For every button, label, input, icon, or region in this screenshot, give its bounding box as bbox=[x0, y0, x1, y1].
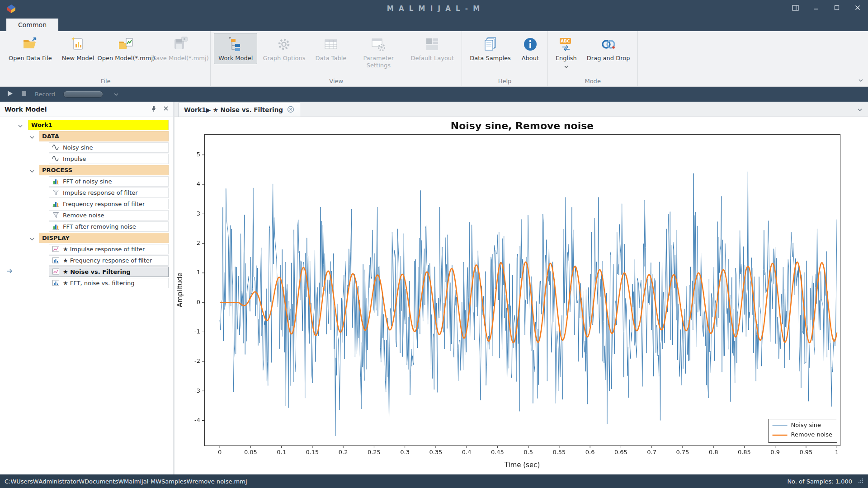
tree-item-impulse[interactable]: Impulse bbox=[49, 154, 169, 164]
ribbon-button-open-model-mmj[interactable]: Open Model(*.mmj) bbox=[99, 33, 153, 64]
tree-item-work1[interactable]: Work1 bbox=[28, 120, 169, 130]
tree-expand-chevron-icon[interactable] bbox=[30, 168, 34, 174]
data-samples-icon bbox=[482, 36, 499, 52]
ribbon-button-drag-and-drop[interactable]: Drag and Drop bbox=[582, 33, 635, 64]
ribbon-collapse-chevron-icon[interactable] bbox=[858, 77, 863, 84]
graph-options-icon bbox=[276, 36, 292, 52]
tree-item-impulse-response-of-filter[interactable]: Impulse response of filter bbox=[49, 188, 169, 198]
window-controls bbox=[785, 0, 868, 17]
tree-item-label: Noisy sine bbox=[63, 144, 93, 151]
ribbon-group-file: Open Data FileNew ModelOpen Model(*.mmj)… bbox=[1, 31, 211, 86]
ribbon-button-work-model[interactable]: Work Model bbox=[214, 33, 257, 64]
ribbon-button-label: Work Model bbox=[218, 55, 253, 62]
tree-item-noise-vs-filtering[interactable]: ★ Noise vs. Filtering bbox=[49, 267, 169, 277]
tree-item-label: FFT of noisy sine bbox=[63, 178, 112, 185]
ribbon-button-open-data-file[interactable]: Open Data File bbox=[4, 33, 57, 64]
tree-row-section: DATA bbox=[0, 131, 173, 142]
tree-row: Impulse response of filter bbox=[0, 187, 173, 198]
maximize-button[interactable] bbox=[826, 0, 847, 17]
resize-grip-icon[interactable] bbox=[858, 478, 863, 485]
tree-item-label: Remove noise bbox=[63, 212, 104, 219]
title-bar: M A L M I J A L - M bbox=[0, 0, 868, 17]
document-area: Work1▶ ★ Noise vs. Filtering bbox=[175, 102, 868, 474]
tree-row: FFT after removing noise bbox=[0, 221, 173, 232]
tree-row: Remove noise bbox=[0, 210, 173, 221]
filter-icon bbox=[52, 189, 60, 196]
tree-row-root: Work1 bbox=[0, 119, 173, 131]
tree-row-section: PROCESS bbox=[0, 164, 173, 176]
ribbon-button-data-table: Data Table bbox=[311, 33, 351, 64]
ribbon-button-save-model-mmj: Save Model(*.mmj) bbox=[154, 33, 207, 64]
open-model-icon bbox=[118, 36, 134, 52]
minimize-icon bbox=[813, 5, 819, 12]
close-panel-icon[interactable] bbox=[163, 106, 169, 113]
data-table-icon bbox=[323, 36, 339, 52]
close-button[interactable] bbox=[847, 0, 868, 17]
tree-expand-chevron-icon[interactable] bbox=[18, 122, 23, 129]
document-tab-label: Work1▶ ★ Noise vs. Filtering bbox=[184, 106, 283, 113]
ribbon-button-english[interactable]: ABCEnglish bbox=[551, 33, 581, 72]
ribbon-group-label: View bbox=[213, 76, 459, 85]
tree-item-fft-noise-vs-filtering[interactable]: ★ FFT, noise vs. filtering bbox=[49, 278, 169, 288]
tree-row: Noisy sine bbox=[0, 142, 173, 153]
ribbon-button-label: New Model bbox=[62, 55, 94, 62]
tree-item-fft-after-removing-noise[interactable]: FFT after removing noise bbox=[49, 221, 169, 232]
work-model-panel-header: Work Model bbox=[0, 102, 173, 117]
panel-title: Work Model bbox=[5, 106, 47, 113]
tree-item-impulse-response-of-filter[interactable]: ★ Impulse response of filter bbox=[49, 244, 169, 254]
tree-expand-chevron-icon[interactable] bbox=[30, 235, 34, 242]
ribbon-button-default-layout: Default Layout bbox=[406, 33, 458, 64]
drag-drop-icon bbox=[600, 36, 617, 52]
bar-chart-icon bbox=[52, 223, 60, 230]
dock-panel-button[interactable] bbox=[785, 0, 806, 17]
default-layout-icon bbox=[424, 36, 440, 52]
tree-row: ★ FFT, noise vs. filtering bbox=[0, 277, 173, 289]
tree-item-noisy-sine[interactable]: Noisy sine bbox=[49, 142, 169, 153]
document-tab[interactable]: Work1▶ ★ Noise vs. Filtering bbox=[178, 103, 300, 117]
ribbon-button-parameter-settings: Parameter Settings bbox=[352, 33, 405, 71]
window-title: M A L M I J A L - M bbox=[0, 5, 868, 13]
play-icon[interactable] bbox=[7, 90, 13, 98]
ribbon-button-data-samples[interactable]: Data Samples bbox=[465, 33, 515, 64]
pin-icon[interactable] bbox=[151, 105, 157, 113]
maximize-icon bbox=[834, 5, 840, 12]
svg-text:ABC: ABC bbox=[561, 39, 571, 43]
ribbon-group-label: Help bbox=[465, 76, 545, 85]
tree-row: Frequency response of filter bbox=[0, 198, 173, 210]
ribbon-button-graph-options: Graph Options bbox=[258, 33, 310, 64]
ribbon-button-label: Default Layout bbox=[410, 55, 454, 62]
record-label: Record bbox=[35, 91, 55, 98]
line-graph-icon bbox=[52, 245, 60, 253]
ribbon-button-label: Data Table bbox=[316, 55, 347, 62]
tree-item-label: ★ FFT, noise vs. filtering bbox=[63, 280, 135, 286]
dock-panel-icon bbox=[792, 5, 799, 12]
tab-list-chevron-icon[interactable] bbox=[857, 106, 863, 113]
tree-section-display[interactable]: DISPLAY bbox=[39, 233, 169, 243]
record-dropdown-caret-icon[interactable] bbox=[114, 91, 118, 98]
tree-item-remove-noise[interactable]: Remove noise bbox=[49, 210, 169, 221]
chart-canvas[interactable] bbox=[175, 117, 868, 474]
tree-section-data[interactable]: DATA bbox=[39, 131, 169, 141]
tree-item-label: FFT after removing noise bbox=[63, 223, 136, 230]
tree-row: ★ Noise vs. Filtering bbox=[0, 266, 173, 277]
tree-item-fft-of-noisy-sine[interactable]: FFT of noisy sine bbox=[49, 176, 169, 187]
tree-expand-chevron-icon[interactable] bbox=[30, 134, 34, 141]
tree-section-process[interactable]: PROCESS bbox=[39, 165, 169, 175]
record-toggle[interactable] bbox=[63, 91, 103, 98]
minimize-button[interactable] bbox=[806, 0, 826, 17]
tree-item-label: ★ Impulse response of filter bbox=[63, 246, 145, 253]
close-tab-icon[interactable] bbox=[287, 106, 294, 114]
stop-icon[interactable] bbox=[21, 91, 27, 98]
about-icon bbox=[522, 36, 538, 52]
tree-item-label: ★ Noise vs. Filtering bbox=[63, 268, 130, 275]
save-model-icon bbox=[172, 36, 189, 52]
tree-row-section: DISPLAY bbox=[0, 232, 173, 244]
ribbon-tab-common[interactable]: Common bbox=[6, 19, 58, 31]
ribbon-button-about[interactable]: About bbox=[516, 33, 544, 64]
work-model-tree: Work1DATANoisy sineImpulsePROCESSFFT of … bbox=[0, 117, 173, 474]
parameter-settings-icon bbox=[370, 36, 387, 52]
filter-icon bbox=[52, 211, 60, 219]
tree-item-frequency-response-of-filter[interactable]: Frequency response of filter bbox=[49, 199, 169, 209]
tree-item-frequency-response-of-filter[interactable]: ★ Frequency response of filter bbox=[49, 255, 169, 266]
ribbon-button-new-model[interactable]: New Model bbox=[57, 33, 99, 64]
